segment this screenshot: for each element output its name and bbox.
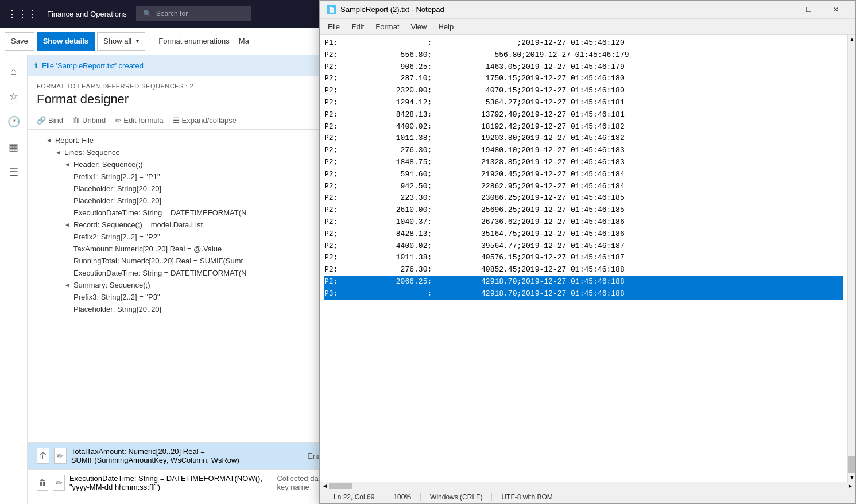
text-line: P2; 906.25; 1463.05;2019-12-27 01:45:46:… <box>324 63 625 71</box>
text-line: P2; 2066.25; 42918.70;2019-12-27 01:45:4… <box>324 276 843 288</box>
toolbar-separator <box>150 34 150 48</box>
tree-item[interactable]: Placeholder: String[20..20] <box>28 303 344 315</box>
tree-item[interactable]: Placeholder: String[20..20] <box>28 195 344 207</box>
bind-tool[interactable]: 🔗 Bind <box>37 114 63 127</box>
scroll-down-arrow[interactable]: ▼ <box>848 473 855 482</box>
vertical-scrollbar[interactable]: ▲ ▼ <box>847 35 855 482</box>
close-button[interactable]: ✕ <box>823 1 849 19</box>
show-details-button[interactable]: Show details <box>37 32 95 51</box>
ma-label[interactable]: Ma <box>235 37 253 45</box>
maximize-button[interactable]: ☐ <box>795 1 822 19</box>
text-line: P2; 276.30; 19480.10;2019-12-27 01:45:46… <box>324 146 625 154</box>
unbind-icon: 🗑 <box>72 116 80 125</box>
tree-item[interactable]: TaxAmount: Numeric[20..20] Real = @.Valu… <box>28 243 344 255</box>
edit-row-button[interactable]: ✏ <box>53 475 64 491</box>
text-line: P2; 942.50; 22862.95;2019-12-27 01:45:46… <box>324 182 625 191</box>
edit-row-button[interactable]: ✏ <box>54 448 67 464</box>
sidebar-list-icon[interactable]: ☰ <box>2 161 25 184</box>
expand-collapse-tool[interactable]: ☰ Expand/collapse <box>173 114 237 127</box>
tree-item[interactable]: Prefix2: String[2..2] = "P2" <box>28 231 344 243</box>
line-ending: Windows (CRLF) <box>421 493 492 501</box>
tree-item-label: Prefix3: String[2..2] = "P3" <box>73 293 160 301</box>
minimize-button[interactable]: — <box>768 1 794 19</box>
tree-item[interactable]: ◄Header: Sequence(;) <box>28 158 344 170</box>
text-line: P2; 1294.12; 5364.27;2019-12-27 01:45:46… <box>324 98 625 107</box>
tree-item[interactable]: RunningTotal: Numeric[20..20] Real = SUM… <box>28 255 344 267</box>
scroll-left-arrow[interactable]: ◄ <box>321 483 329 489</box>
tree-item-label: Placeholder: String[20..20] <box>73 305 161 313</box>
tree-item[interactable]: ◄Summary: Sequence(;) <box>28 279 344 291</box>
tree-item[interactable]: ◄Record: Sequence(;) = model.Data.List <box>28 219 344 231</box>
expand-collapse-label: Expand/collapse <box>182 116 237 125</box>
tree-item[interactable]: Placeholder: String[20..20] <box>28 183 344 195</box>
bottom-row[interactable]: 🗑✏TotalTaxAmount: Numeric[20..20] Real =… <box>28 443 344 470</box>
menu-item-file[interactable]: File <box>322 20 346 33</box>
info-bar: ℹ File 'SampleReport.txt' created <box>28 55 344 76</box>
app-grid-icon[interactable]: ⋮⋮⋮ <box>7 7 38 20</box>
zoom-level: 100% <box>384 493 421 501</box>
notepad-text: P1; ; ;2019-12-27 01:45:46:120 P2; 556.8… <box>320 35 847 303</box>
menu-item-help[interactable]: Help <box>432 20 459 33</box>
sidebar-star-icon[interactable]: ☆ <box>2 85 25 108</box>
text-line: P2; 1011.38; 19203.80;2019-12-27 01:45:4… <box>324 134 625 142</box>
sidebar-clock-icon[interactable]: 🕐 <box>2 110 25 133</box>
text-line: P2; 1848.75; 21328.85;2019-12-27 01:45:4… <box>324 158 625 166</box>
tree-item[interactable]: ExecutionDateTime: String = DATETIMEFORM… <box>28 207 344 219</box>
tree-item[interactable]: Prefix3: String[2..2] = "P3" <box>28 291 344 303</box>
designer-header: FORMAT TO LEARN DEFERRED SEQUENCES : 2 F… <box>28 76 344 111</box>
tree-item[interactable]: ExecutionDateTime: String = DATETIMEFORM… <box>28 267 344 279</box>
tree-item-label: Report: File <box>55 136 94 145</box>
bottom-row-label: TotalTaxAmount: Numeric[20..20] Real = S… <box>71 447 304 464</box>
delete-row-button[interactable]: 🗑 <box>37 475 48 491</box>
save-button[interactable]: Save <box>5 32 34 51</box>
sidebar-grid-icon[interactable]: ▦ <box>2 135 25 158</box>
horizontal-scrollbar[interactable]: ◄ ► <box>320 482 855 490</box>
menu-item-edit[interactable]: Edit <box>346 20 370 33</box>
menu-item-format[interactable]: Format <box>370 20 405 33</box>
edit-formula-label: Edit formula <box>123 116 163 125</box>
search-bar[interactable]: 🔍 Search for <box>136 6 251 21</box>
bottom-row-label: ExecutionDateTime: String = DATETIMEFORM… <box>69 474 272 491</box>
tree-item-label: Placeholder: String[20..20] <box>73 196 161 205</box>
show-all-button[interactable]: Show all <box>97 32 145 51</box>
menu-item-view[interactable]: View <box>405 20 433 33</box>
bottom-row[interactable]: 🗑✏ExecutionDateTime: String = DATETIMEFO… <box>28 470 344 496</box>
scroll-thumb[interactable] <box>848 456 855 473</box>
tree-item[interactable]: Prefix1: String[2..2] = "P1" <box>28 170 344 183</box>
cursor-position: Ln 22, Col 69 <box>324 493 384 501</box>
tree-item-label: TaxAmount: Numeric[20..20] Real = @.Valu… <box>73 245 222 253</box>
left-sidebar: ⌂ ☆ 🕐 ▦ ☰ <box>0 55 28 504</box>
tree-item-label: Summary: Sequence(;) <box>73 281 150 289</box>
main-content: ℹ File 'SampleReport.txt' created FORMAT… <box>28 55 345 504</box>
h-scroll-thumb[interactable] <box>329 483 352 489</box>
tree-item-label: ExecutionDateTime: String = DATETIMEFORM… <box>73 208 246 217</box>
format-enumerations-label[interactable]: Format enumerations <box>155 37 233 45</box>
delete-row-button[interactable]: 🗑 <box>37 448 49 464</box>
tree-item[interactable]: ◄Report: File <box>28 134 344 146</box>
tree-item-label: Prefix1: String[2..2] = "P1" <box>73 172 160 181</box>
text-line: P2; 556.80; 556.80;2019-12-27 01:45:46:1… <box>324 51 629 59</box>
notepad-menu: FileEditFormatViewHelp <box>320 19 855 35</box>
text-line: P2; 4400.02; 39564.77;2019-12-27 01:45:4… <box>324 242 625 250</box>
tree-item-label: Header: Sequence(;) <box>73 160 143 169</box>
text-line: P2; 8428.13; 35164.75;2019-12-27 01:45:4… <box>324 230 625 238</box>
notepad-file-icon: 📄 <box>327 5 336 14</box>
scroll-up-arrow[interactable]: ▲ <box>848 35 855 44</box>
scroll-right-arrow[interactable]: ► <box>846 483 854 489</box>
tree-item-label: Record: Sequence(;) = model.Data.List <box>73 220 203 229</box>
notepad-title-text: SampleReport (2).txt - Notepad <box>340 5 444 14</box>
sidebar-home-icon[interactable]: ⌂ <box>2 60 25 83</box>
info-message: File 'SampleReport.txt' created <box>42 61 144 70</box>
window-controls: — ☐ ✕ <box>768 1 849 18</box>
tree-item-label: RunningTotal: Numeric[20..20] Real = SUM… <box>73 257 243 265</box>
tree-item[interactable]: ◄Lines: Sequence <box>28 146 344 158</box>
expand-collapse-icon: ☰ <box>173 116 180 125</box>
notepad-titlebar: 📄 SampleReport (2).txt - Notepad — ☐ ✕ <box>320 1 855 19</box>
designer-title: Format designer <box>37 92 335 107</box>
unbind-tool[interactable]: 🗑 Unbind <box>72 114 106 127</box>
edit-formula-tool[interactable]: ✏ Edit formula <box>115 114 163 127</box>
text-line: P2; 276.30; 40852.45;2019-12-27 01:45:46… <box>324 265 625 274</box>
text-line: P2; 223.30; 23086.25;2019-12-27 01:45:46… <box>324 193 625 202</box>
notepad-content[interactable]: P1; ; ;2019-12-27 01:45:46:120 P2; 556.8… <box>320 35 847 482</box>
search-icon: 🔍 <box>143 10 152 18</box>
